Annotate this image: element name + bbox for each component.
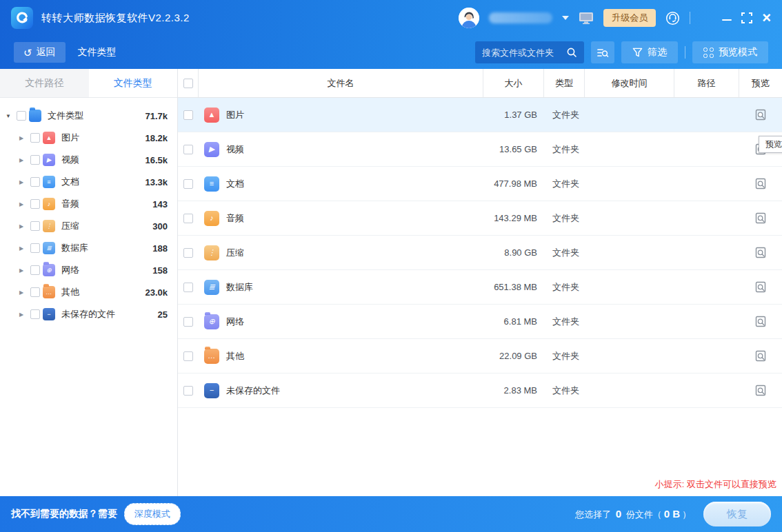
col-mtime[interactable]: 修改时间 [585,69,674,97]
table-row[interactable]: … 其他 22.09 GB 文件夹 [178,339,782,374]
tree-label: 数据库 [61,242,88,254]
row-checkbox[interactable] [183,214,193,223]
preview-button[interactable] [755,247,767,258]
search-box[interactable] [475,41,584,63]
table-row[interactable]: ⊕ 网络 6.81 MB 文件夹 [178,305,782,339]
footer-bar: 找不到需要的数据？需要 深度模式 您选择了 0 份文件（0 B） 恢复 [0,496,782,532]
tree-item[interactable]: ▼ 文件类型 71.7k [0,105,177,127]
tree-checkbox[interactable] [30,309,40,319]
col-path[interactable]: 路径 [674,69,739,97]
selection-summary: 您选择了 0 份文件（0 B） [575,508,691,521]
tab-file-type[interactable]: 文件类型 [89,69,178,97]
preview-mode-label: 预览模式 [719,46,757,59]
customer-service-icon[interactable] [665,11,680,25]
search-icon[interactable] [566,47,577,58]
back-button[interactable]: ↺ 返回 [14,42,66,63]
tree-item[interactable]: ▶ ♪ 音频 143 [0,193,177,215]
maximize-button[interactable] [741,12,752,23]
tree-caret-icon[interactable]: ▶ [19,201,30,207]
tree-caret-icon[interactable]: ▼ [6,113,17,119]
row-checkbox[interactable] [183,248,193,258]
monitor-icon[interactable] [579,12,594,24]
tree-caret-icon[interactable]: ▶ [19,135,30,141]
tree-item[interactable]: ▶ ▶ 视频 16.5k [0,149,177,171]
preview-button[interactable] [755,350,767,362]
tree-checkbox[interactable] [30,265,40,275]
search-list-button[interactable] [591,41,614,63]
row-checkbox[interactable] [183,179,193,189]
network-icon: ⊕ [204,314,219,329]
tree-caret-icon[interactable]: ▶ [19,245,30,252]
filter-label: 筛选 [648,46,667,59]
tree-caret-icon[interactable]: ▶ [19,289,30,296]
menu-icon[interactable] [700,12,712,23]
tree-count: 18.2k [145,133,168,143]
col-type[interactable]: 类型 [544,69,585,97]
tree-item[interactable]: ▶ ▲ 图片 18.2k [0,127,177,149]
col-filename[interactable]: 文件名 [199,69,483,97]
preview-button[interactable] [755,212,767,224]
table-row[interactable]: − 未保存的文件 2.83 MB 文件夹 [178,374,782,408]
table-row[interactable]: ≡ 文档 477.98 MB 文件夹 [178,167,782,201]
table-row[interactable]: ♪ 音频 143.29 MB 文件夹 [178,201,782,236]
table-body: ▲ 图片 1.37 GB 文件夹 [178,98,782,408]
preview-button[interactable] [755,109,767,121]
toolbar: ↺ 返回 文件类型 [0,36,782,69]
tree-item[interactable]: ▶ ⋮ 压缩 300 [0,215,177,237]
tree-checkbox[interactable] [30,221,40,231]
tree-caret-icon[interactable]: ▶ [19,179,30,185]
close-button[interactable]: × [762,12,771,24]
table-row[interactable]: ▶ 视频 13.65 GB 文件夹 [178,132,782,167]
tree-caret-icon[interactable]: ▶ [19,223,30,229]
preview-button[interactable] [755,281,767,293]
row-checkbox[interactable] [183,317,193,327]
tree-caret-icon[interactable]: ▶ [19,267,30,274]
username-redacted [489,12,552,23]
minimize-button[interactable] [722,15,732,21]
row-checkbox[interactable] [183,386,193,396]
preview-button[interactable] [755,316,767,327]
row-checkbox[interactable] [183,283,193,292]
tab-file-path[interactable]: 文件路径 [0,69,89,97]
table-row[interactable]: ⋮ 压缩 8.90 GB 文件夹 [178,236,782,270]
select-all-checkbox[interactable] [183,79,193,88]
tree-item[interactable]: ▶ − 未保存的文件 25 [0,303,177,325]
tree-item[interactable]: ▶ ≡ 文档 13.3k [0,171,177,193]
user-menu-caret-icon[interactable] [562,16,569,20]
tree-checkbox[interactable] [30,155,40,165]
row-checkbox[interactable] [183,145,193,154]
upgrade-vip-button[interactable]: 升级会员 [603,9,656,27]
tree-checkbox[interactable] [30,133,40,143]
tree-item[interactable]: ▶ … 其他 23.0k [0,281,177,303]
app-header: 转转大师数据恢复软件V2.2.3.2 [0,0,782,69]
recover-button[interactable]: 恢复 [703,502,771,526]
tree-item[interactable]: ▶ ≣ 数据库 188 [0,237,177,259]
user-avatar[interactable] [459,8,479,28]
tree-checkbox[interactable] [17,111,26,121]
search-input[interactable] [482,48,566,58]
col-preview[interactable]: 预览 [739,69,782,97]
tree-caret-icon[interactable]: ▶ [19,157,30,163]
archive-icon: ⋮ [43,220,55,232]
preview-button[interactable] [755,385,767,396]
tree-count: 23.0k [145,287,168,298]
deep-mode-button[interactable]: 深度模式 [124,503,181,525]
row-checkbox[interactable] [183,351,193,361]
document-icon: ≡ [204,176,219,192]
file-size: 13.65 GB [483,144,544,154]
tree-item[interactable]: ▶ ⊕ 网络 158 [0,259,177,281]
tree-checkbox[interactable] [30,243,40,253]
table-row[interactable]: ≣ 数据库 651.38 MB 文件夹 [178,270,782,305]
tree-checkbox[interactable] [30,287,40,297]
preview-button[interactable] [755,178,767,190]
tree-checkbox[interactable] [30,177,40,187]
tree-caret-icon[interactable]: ▶ [19,311,30,318]
tree-checkbox[interactable] [30,199,40,209]
table-row[interactable]: ▲ 图片 1.37 GB 文件夹 [178,98,782,132]
col-size[interactable]: 大小 [483,69,544,97]
file-name: 文档 [226,178,244,190]
preview-mode-button[interactable]: 预览模式 [692,41,768,63]
filter-button[interactable]: 筛选 [621,41,678,63]
file-type-tree: ▼ 文件类型 71.7k ▶ ▲ 图片 18.2k [0,98,177,325]
row-checkbox[interactable] [183,110,193,120]
